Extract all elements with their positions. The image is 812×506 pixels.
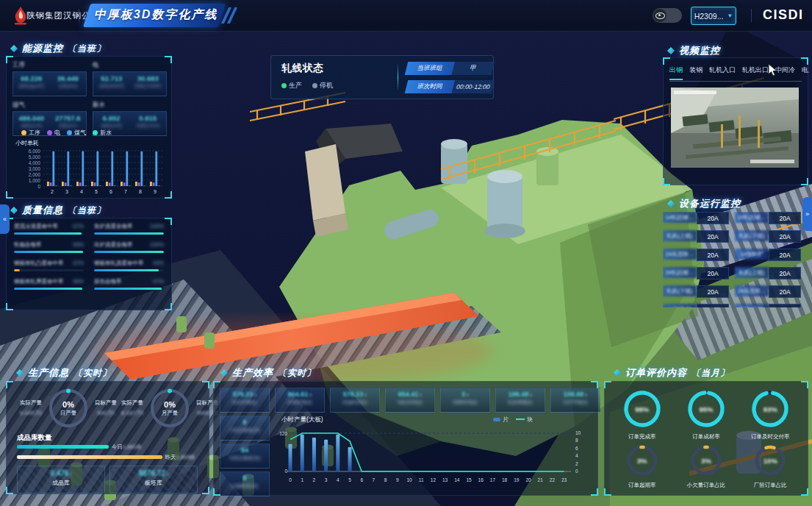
legend-dot [67, 130, 72, 135]
efficiency-top-cards: 576.23 s轧制节奏(s)654.61 s出钢节奏(s)576.23 s待温… [220, 388, 600, 413]
gauge-ring: 0%月产量 [149, 388, 190, 429]
gauge-left-text: 实际产量0.045万t [14, 399, 48, 417]
quality-percent: 37% [73, 260, 84, 267]
equipment-list[interactable]: 1#轧区辅…20A2#轧区辅…20A轧机(上辊)20A轧机(下辊)20A2#高压… [663, 212, 810, 307]
svg-text:10: 10 [406, 477, 412, 482]
legend-dot [47, 130, 52, 135]
equipment-label: 1#轧区辅… [663, 212, 697, 223]
efficiency-value: 108.88 s [551, 391, 600, 398]
efficiency-value: 196.48 s [496, 391, 545, 398]
quality-bar-track [14, 288, 84, 290]
legend-item[interactable]: 电 [47, 129, 60, 137]
quality-item: 性能合格率99% [14, 241, 84, 253]
quality-label-row: 性能合格率99% [14, 241, 84, 249]
video-tab-轧机出口[interactable]: 轧机出口 [742, 65, 769, 80]
quality-label-row: 钢板终轧凸度命中率37% [14, 260, 84, 267]
stock-bar-label: 昨天1,893块 [165, 454, 195, 461]
svg-text:7: 7 [373, 477, 376, 482]
svg-text:5: 5 [95, 189, 98, 194]
status-legend-item[interactable]: 停机 [312, 81, 333, 90]
video-tab-出钢[interactable]: 出钢 [669, 65, 683, 80]
equipment-row: 1#轧区辅…20A2#轧区辅…20A [663, 212, 810, 224]
svg-text:4,000: 4,000 [29, 160, 41, 165]
chart-legend-item[interactable]: 片 [493, 416, 509, 424]
video-tab-装钢[interactable]: 装钢 [689, 65, 703, 80]
equipment-pair: 1#加热炉20A [735, 249, 801, 261]
production-gauge: 实际产量8.187万t0%月产量目标产量5000万t [115, 388, 224, 429]
gauge-percent: 0% [164, 400, 176, 409]
svg-text:21: 21 [538, 477, 544, 482]
energy-value-cell: 0.915总耗(万m³) [130, 112, 167, 135]
legend-item[interactable]: 工序 [21, 129, 40, 137]
efficiency-card: 196.48 s轧制周期(s) [495, 388, 545, 413]
equipment-value: 20A [769, 230, 801, 243]
svg-text:8: 8 [384, 477, 387, 482]
svg-text:6,000: 6,000 [29, 149, 41, 154]
quality-bar-fill [14, 288, 82, 290]
line-status-legend: 生产停机 [281, 81, 333, 90]
legend-dot [21, 130, 26, 135]
equipment-label: 2#轧区辅… [735, 212, 769, 223]
equipment-pair: 轧机(上辊)20A [735, 267, 801, 279]
quality-percent: 99% [73, 241, 84, 249]
efficiency-value: 576.23 s [331, 391, 379, 398]
quality-bar-fill [94, 232, 164, 235]
svg-text:23: 23 [561, 477, 567, 482]
eye-icon [655, 13, 665, 19]
energy-subtitle: 〔当班〕 [68, 43, 106, 55]
efficiency-chart-title: 小时产量(大板) [281, 416, 323, 424]
left-collapse-tab[interactable]: « [0, 204, 10, 234]
quality-label-row: 钢板终轧厚度命中率98% [14, 278, 84, 285]
quality-label-row: 层流冷温度命中率97% [14, 223, 84, 230]
equipment-value: 20A [697, 249, 729, 261]
efficiency-side-card: 8小时过钢量(块) [220, 416, 270, 441]
video-tab-中间冷[interactable]: 中间冷 [775, 65, 795, 80]
visibility-toggle[interactable] [653, 8, 682, 23]
equipment-value: 20A [769, 304, 801, 307]
efficiency-label: 待温时间(s) [331, 399, 379, 406]
bar-legend-icon [493, 418, 500, 421]
efficiency-label: 间隙时间(s) [441, 399, 489, 406]
donut-label: 订单超期率 [625, 482, 659, 489]
corner-bracket [663, 178, 670, 185]
legend-item[interactable]: 煤气 [67, 129, 86, 137]
quality-bar-fill [14, 251, 83, 253]
equipment-label: 轧机(下辊) [663, 285, 697, 296]
gauge-name: 月产量 [162, 410, 179, 417]
quality-bar-fill [14, 269, 20, 271]
quality-item: 钢板终轧厚度命中率98% [14, 278, 84, 290]
right-collapse-tab[interactable]: » [802, 197, 812, 231]
card-label: 成品库 [18, 479, 104, 487]
video-title-text: 视频监控 [679, 44, 720, 57]
svg-text:5,000: 5,000 [29, 154, 41, 160]
quality-bar-track [94, 232, 164, 235]
equipment-label: 轧机(下辊) [735, 230, 769, 241]
quality-percent: 100% [150, 241, 164, 249]
quality-label: 钢板终轧厚度命中率 [14, 278, 64, 285]
equipment-pair: 1#加热炉20A [663, 304, 729, 307]
svg-text:6: 6 [109, 189, 112, 194]
stock-bar-今日 [17, 445, 109, 449]
quality-percent: 98% [73, 278, 84, 285]
energy-group-name: 新水 [93, 101, 167, 110]
order-select-dropdown[interactable]: H2309... ▼ [691, 7, 736, 25]
tab-track-line [669, 81, 802, 82]
video-tab-电加热[interactable]: 电加热 [802, 65, 809, 80]
legend-item[interactable]: 新水 [93, 129, 112, 137]
equipment-pair: 轧机(下辊)20A [735, 304, 801, 307]
equipment-label: 轧机(上辊) [663, 230, 697, 241]
chart-legend-item[interactable]: 块 [516, 416, 533, 424]
gauge-name: 日产量 [60, 410, 77, 417]
quality-label: 装炉温度合格率 [94, 223, 133, 230]
energy-value-cell: 52.713单耗(kWh/t) [93, 72, 130, 96]
efficiency-card: 3 s间隙时间(s) [440, 388, 490, 413]
equipment-row: 轧机(下辊)20A2#高压除…20A [663, 285, 810, 298]
header-divider [79, 9, 79, 22]
status-legend-item[interactable]: 生产 [281, 81, 302, 90]
svg-text:6: 6 [360, 477, 363, 482]
gauge-center: 0%日产量 [48, 388, 89, 429]
order-donut-订单成材率: 95%订单成材率 [686, 389, 726, 441]
quality-item: 探伤合格率97% [94, 278, 164, 290]
equipment-row: 2#高压除…20A1#加热炉20A [663, 249, 810, 261]
video-tab-轧机入口[interactable]: 轧机入口 [709, 65, 736, 80]
